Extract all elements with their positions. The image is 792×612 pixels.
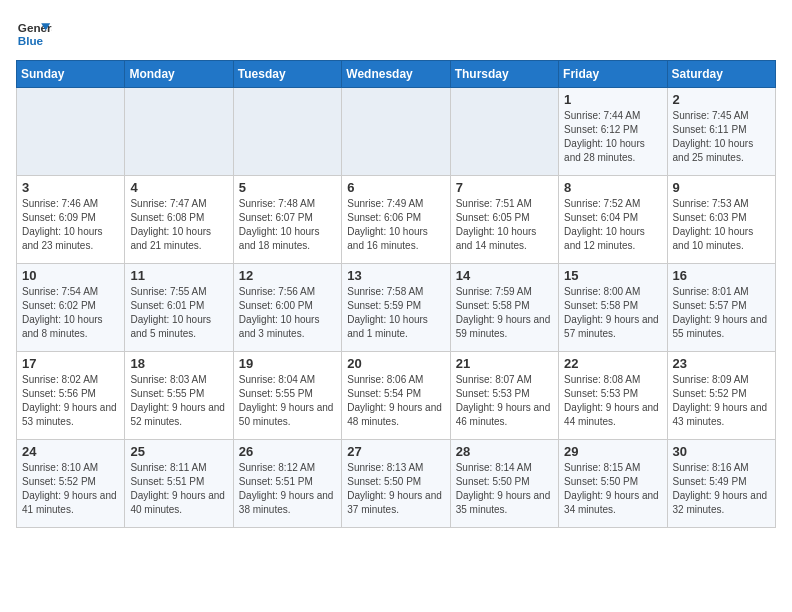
calendar-cell: 27Sunrise: 8:13 AM Sunset: 5:50 PM Dayli… [342,440,450,528]
day-number: 22 [564,356,661,371]
day-number: 4 [130,180,227,195]
cell-info: Sunrise: 8:11 AM Sunset: 5:51 PM Dayligh… [130,461,227,517]
calendar-week-2: 3Sunrise: 7:46 AM Sunset: 6:09 PM Daylig… [17,176,776,264]
cell-info: Sunrise: 7:53 AM Sunset: 6:03 PM Dayligh… [673,197,770,253]
day-number: 5 [239,180,336,195]
day-header-thursday: Thursday [450,61,558,88]
cell-info: Sunrise: 7:48 AM Sunset: 6:07 PM Dayligh… [239,197,336,253]
day-number: 7 [456,180,553,195]
cell-info: Sunrise: 8:08 AM Sunset: 5:53 PM Dayligh… [564,373,661,429]
day-number: 17 [22,356,119,371]
calendar-cell: 25Sunrise: 8:11 AM Sunset: 5:51 PM Dayli… [125,440,233,528]
day-number: 18 [130,356,227,371]
day-number: 6 [347,180,444,195]
calendar-cell: 20Sunrise: 8:06 AM Sunset: 5:54 PM Dayli… [342,352,450,440]
cell-info: Sunrise: 8:04 AM Sunset: 5:55 PM Dayligh… [239,373,336,429]
day-header-monday: Monday [125,61,233,88]
calendar-cell: 26Sunrise: 8:12 AM Sunset: 5:51 PM Dayli… [233,440,341,528]
calendar-cell: 21Sunrise: 8:07 AM Sunset: 5:53 PM Dayli… [450,352,558,440]
day-header-wednesday: Wednesday [342,61,450,88]
calendar-cell [342,88,450,176]
calendar-cell [233,88,341,176]
cell-info: Sunrise: 7:51 AM Sunset: 6:05 PM Dayligh… [456,197,553,253]
day-number: 12 [239,268,336,283]
svg-text:Blue: Blue [18,34,44,47]
day-number: 27 [347,444,444,459]
calendar-cell: 16Sunrise: 8:01 AM Sunset: 5:57 PM Dayli… [667,264,775,352]
calendar-cell: 14Sunrise: 7:59 AM Sunset: 5:58 PM Dayli… [450,264,558,352]
calendar-cell: 19Sunrise: 8:04 AM Sunset: 5:55 PM Dayli… [233,352,341,440]
day-number: 25 [130,444,227,459]
day-number: 1 [564,92,661,107]
cell-info: Sunrise: 7:58 AM Sunset: 5:59 PM Dayligh… [347,285,444,341]
cell-info: Sunrise: 8:15 AM Sunset: 5:50 PM Dayligh… [564,461,661,517]
cell-info: Sunrise: 8:03 AM Sunset: 5:55 PM Dayligh… [130,373,227,429]
cell-info: Sunrise: 8:00 AM Sunset: 5:58 PM Dayligh… [564,285,661,341]
cell-info: Sunrise: 8:07 AM Sunset: 5:53 PM Dayligh… [456,373,553,429]
cell-info: Sunrise: 7:46 AM Sunset: 6:09 PM Dayligh… [22,197,119,253]
calendar-cell: 13Sunrise: 7:58 AM Sunset: 5:59 PM Dayli… [342,264,450,352]
day-number: 19 [239,356,336,371]
cell-info: Sunrise: 7:56 AM Sunset: 6:00 PM Dayligh… [239,285,336,341]
cell-info: Sunrise: 7:52 AM Sunset: 6:04 PM Dayligh… [564,197,661,253]
cell-info: Sunrise: 7:44 AM Sunset: 6:12 PM Dayligh… [564,109,661,165]
calendar-cell: 15Sunrise: 8:00 AM Sunset: 5:58 PM Dayli… [559,264,667,352]
cell-info: Sunrise: 7:47 AM Sunset: 6:08 PM Dayligh… [130,197,227,253]
calendar-cell: 9Sunrise: 7:53 AM Sunset: 6:03 PM Daylig… [667,176,775,264]
cell-info: Sunrise: 7:54 AM Sunset: 6:02 PM Dayligh… [22,285,119,341]
calendar-cell: 10Sunrise: 7:54 AM Sunset: 6:02 PM Dayli… [17,264,125,352]
day-header-saturday: Saturday [667,61,775,88]
cell-info: Sunrise: 8:09 AM Sunset: 5:52 PM Dayligh… [673,373,770,429]
day-number: 26 [239,444,336,459]
day-number: 3 [22,180,119,195]
day-number: 11 [130,268,227,283]
cell-info: Sunrise: 7:49 AM Sunset: 6:06 PM Dayligh… [347,197,444,253]
calendar-cell [450,88,558,176]
cell-info: Sunrise: 7:45 AM Sunset: 6:11 PM Dayligh… [673,109,770,165]
calendar-cell: 24Sunrise: 8:10 AM Sunset: 5:52 PM Dayli… [17,440,125,528]
cell-info: Sunrise: 8:06 AM Sunset: 5:54 PM Dayligh… [347,373,444,429]
calendar-table: SundayMondayTuesdayWednesdayThursdayFrid… [16,60,776,528]
day-number: 29 [564,444,661,459]
day-number: 16 [673,268,770,283]
day-number: 20 [347,356,444,371]
cell-info: Sunrise: 8:12 AM Sunset: 5:51 PM Dayligh… [239,461,336,517]
cell-info: Sunrise: 8:14 AM Sunset: 5:50 PM Dayligh… [456,461,553,517]
cell-info: Sunrise: 8:01 AM Sunset: 5:57 PM Dayligh… [673,285,770,341]
day-header-friday: Friday [559,61,667,88]
day-number: 21 [456,356,553,371]
calendar-cell: 23Sunrise: 8:09 AM Sunset: 5:52 PM Dayli… [667,352,775,440]
calendar-cell: 7Sunrise: 7:51 AM Sunset: 6:05 PM Daylig… [450,176,558,264]
calendar-week-5: 24Sunrise: 8:10 AM Sunset: 5:52 PM Dayli… [17,440,776,528]
calendar-cell: 2Sunrise: 7:45 AM Sunset: 6:11 PM Daylig… [667,88,775,176]
logo: General Blue [16,16,52,52]
day-number: 30 [673,444,770,459]
calendar-cell: 6Sunrise: 7:49 AM Sunset: 6:06 PM Daylig… [342,176,450,264]
day-number: 28 [456,444,553,459]
calendar-week-3: 10Sunrise: 7:54 AM Sunset: 6:02 PM Dayli… [17,264,776,352]
day-number: 14 [456,268,553,283]
day-number: 23 [673,356,770,371]
calendar-header-row: SundayMondayTuesdayWednesdayThursdayFrid… [17,61,776,88]
calendar-cell: 22Sunrise: 8:08 AM Sunset: 5:53 PM Dayli… [559,352,667,440]
calendar-cell [125,88,233,176]
day-number: 9 [673,180,770,195]
calendar-cell: 29Sunrise: 8:15 AM Sunset: 5:50 PM Dayli… [559,440,667,528]
calendar-cell: 3Sunrise: 7:46 AM Sunset: 6:09 PM Daylig… [17,176,125,264]
cell-info: Sunrise: 8:10 AM Sunset: 5:52 PM Dayligh… [22,461,119,517]
day-header-tuesday: Tuesday [233,61,341,88]
day-header-sunday: Sunday [17,61,125,88]
day-number: 15 [564,268,661,283]
cell-info: Sunrise: 7:59 AM Sunset: 5:58 PM Dayligh… [456,285,553,341]
calendar-week-4: 17Sunrise: 8:02 AM Sunset: 5:56 PM Dayli… [17,352,776,440]
calendar-cell: 5Sunrise: 7:48 AM Sunset: 6:07 PM Daylig… [233,176,341,264]
calendar-cell: 1Sunrise: 7:44 AM Sunset: 6:12 PM Daylig… [559,88,667,176]
calendar-cell: 28Sunrise: 8:14 AM Sunset: 5:50 PM Dayli… [450,440,558,528]
calendar-cell: 30Sunrise: 8:16 AM Sunset: 5:49 PM Dayli… [667,440,775,528]
day-number: 10 [22,268,119,283]
calendar-cell: 18Sunrise: 8:03 AM Sunset: 5:55 PM Dayli… [125,352,233,440]
cell-info: Sunrise: 7:55 AM Sunset: 6:01 PM Dayligh… [130,285,227,341]
cell-info: Sunrise: 8:02 AM Sunset: 5:56 PM Dayligh… [22,373,119,429]
calendar-week-1: 1Sunrise: 7:44 AM Sunset: 6:12 PM Daylig… [17,88,776,176]
calendar-cell: 4Sunrise: 7:47 AM Sunset: 6:08 PM Daylig… [125,176,233,264]
